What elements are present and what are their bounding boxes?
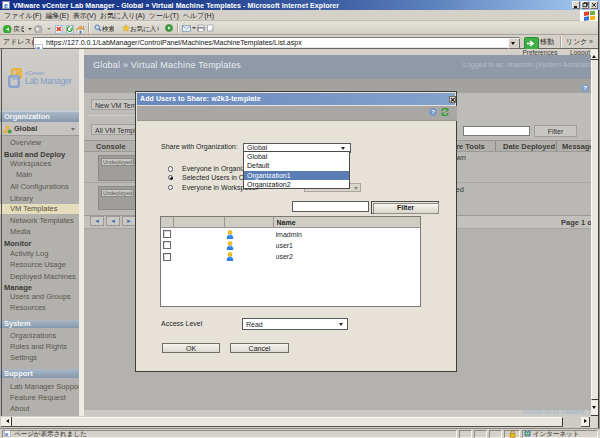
svg-text:?: ? <box>431 109 435 115</box>
svg-text:?: ? <box>583 85 587 91</box>
